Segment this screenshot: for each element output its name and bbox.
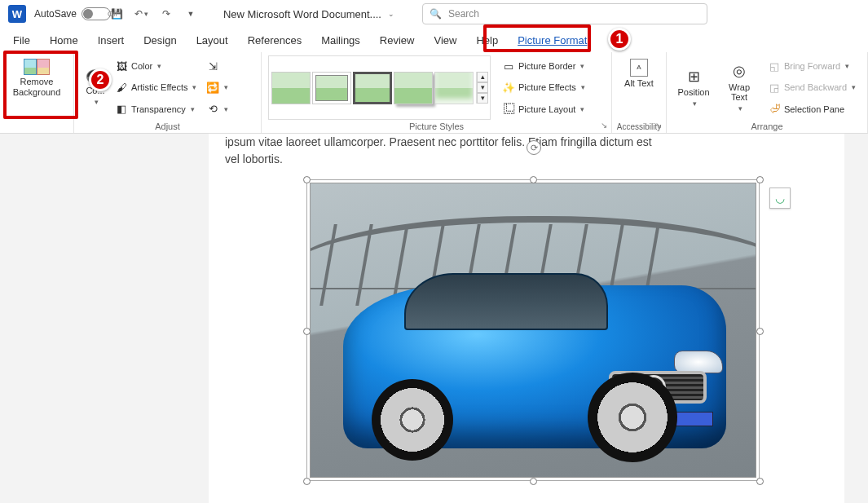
selection-pane-button[interactable]: ⮰Selection Pane xyxy=(768,100,856,118)
send-backward-icon: ◲ xyxy=(768,81,781,94)
alt-text-icon: A xyxy=(630,59,648,77)
style-thumb[interactable] xyxy=(312,72,351,104)
tab-references[interactable]: References xyxy=(240,31,310,50)
artistic-effects-button[interactable]: 🖌Artistic Effects▾ xyxy=(115,78,196,96)
toggle-switch-icon[interactable] xyxy=(82,7,111,20)
selection-handle[interactable] xyxy=(756,328,764,335)
picture-effects-button[interactable]: ✨Picture Effects▾ xyxy=(502,78,585,96)
selection-handle[interactable] xyxy=(303,176,311,183)
alt-text-button[interactable]: A Alt Text xyxy=(619,55,659,92)
search-icon: 🔍 xyxy=(430,8,442,20)
color-icon: 🖼 xyxy=(115,60,128,73)
picture-effects-icon: ✨ xyxy=(502,81,515,94)
change-picture-icon: 🔁 xyxy=(206,81,219,94)
gallery-scroll[interactable]: ▴▾▾ xyxy=(476,72,488,104)
selection-handle[interactable] xyxy=(303,478,311,485)
picture-layout-icon: ⿺ xyxy=(502,103,515,116)
car-image xyxy=(310,183,756,478)
picture-layout-button[interactable]: ⿺Picture Layout▾ xyxy=(502,100,585,118)
tab-layout[interactable]: Layout xyxy=(188,31,236,50)
tab-insert[interactable]: Insert xyxy=(90,31,133,50)
group-accessibility: A Alt Text Accessibility ↘ xyxy=(612,52,667,133)
autosave-toggle[interactable]: AutoSave Off xyxy=(34,7,101,20)
remove-background-icon xyxy=(24,59,50,75)
tab-design[interactable]: Design xyxy=(135,31,184,50)
group-label-adjust: Adjust xyxy=(74,121,261,131)
chevron-down-icon: ⌄ xyxy=(388,10,394,18)
inserted-picture[interactable] xyxy=(310,183,756,478)
remove-background-button[interactable]: Remove Background xyxy=(3,55,70,100)
tab-help[interactable]: Help xyxy=(468,31,506,50)
picture-styles-gallery[interactable]: ▴▾▾ xyxy=(268,55,491,120)
qat-customize-button[interactable]: ▼ xyxy=(183,6,199,22)
layout-options-icon: ◡ xyxy=(775,192,785,205)
tab-view[interactable]: View xyxy=(425,31,465,50)
send-backward-button[interactable]: ◲Send Backward▾ xyxy=(768,78,856,96)
selection-handle[interactable] xyxy=(756,478,764,485)
compress-icon: ⇲ xyxy=(206,60,219,73)
reset-picture-button[interactable]: ⟲▾ xyxy=(206,100,228,118)
ribbon-tabs: File Home Insert Design Layout Reference… xyxy=(0,28,868,52)
rotate-handle-icon[interactable]: ⟳ xyxy=(527,140,541,155)
artistic-effects-icon: 🖌 xyxy=(115,81,128,94)
picture-border-button[interactable]: ▭Picture Border▾ xyxy=(502,57,585,75)
document-title[interactable]: New Microsoft Word Document.... ⌄ xyxy=(223,8,394,20)
tab-file[interactable]: File xyxy=(5,31,38,50)
group-label-picture-styles: Picture Styles xyxy=(262,121,611,131)
bring-forward-button[interactable]: ◱Bring Forward▾ xyxy=(768,57,856,75)
tab-mailings[interactable]: Mailings xyxy=(313,31,368,50)
dialog-launcher-icon[interactable]: ↘ xyxy=(599,121,609,130)
color-button[interactable]: 🖼Color▾ xyxy=(115,57,196,75)
wrap-text-button[interactable]: ◎ Wrap Text▾ xyxy=(719,55,760,120)
layout-options-button[interactable]: ◡ xyxy=(769,188,791,209)
style-thumb[interactable] xyxy=(434,72,474,104)
reset-picture-icon: ⟲ xyxy=(206,103,219,116)
change-picture-button[interactable]: 🔁▾ xyxy=(206,78,228,96)
redo-button[interactable]: ↷ xyxy=(158,6,174,22)
position-icon: ⊞ xyxy=(682,68,705,86)
group-remove-background: Remove Background xyxy=(0,52,74,133)
tab-home[interactable]: Home xyxy=(42,31,86,50)
group-label-arrange: Arrange xyxy=(667,121,867,131)
style-thumb[interactable] xyxy=(353,72,392,104)
group-adjust: Co...▾ 🖼Color▾ 🖌Artistic Effects▾ ◧Trans… xyxy=(74,52,262,133)
search-input[interactable]: 🔍 Search xyxy=(422,3,707,24)
selection-handle[interactable] xyxy=(530,478,537,485)
group-arrange: ⊞ Position▾ ◎ Wrap Text▾ ◱Bring Forward▾… xyxy=(667,52,868,133)
compress-pictures-button[interactable]: ⇲ xyxy=(206,57,228,75)
autosave-state: Off xyxy=(108,10,117,18)
transparency-icon: ◧ xyxy=(115,103,128,116)
annotation-number-2: 2 xyxy=(89,68,112,91)
title-bar: W AutoSave Off 💾 ↶▾ ↷ ▼ New Microsoft Wo… xyxy=(0,0,868,28)
style-thumb[interactable] xyxy=(394,72,433,104)
ribbon: Remove Background Co...▾ 🖼Color▾ 🖌Artist… xyxy=(0,52,868,134)
wrap-text-icon: ◎ xyxy=(728,63,751,81)
tab-picture-format[interactable]: Picture Format xyxy=(509,31,595,50)
tab-review[interactable]: Review xyxy=(372,31,423,50)
picture-border-icon: ▭ xyxy=(502,60,515,73)
selection-handle[interactable] xyxy=(530,176,537,183)
dialog-launcher-icon[interactable]: ↘ xyxy=(654,121,663,130)
selection-handle[interactable] xyxy=(303,328,311,335)
search-placeholder: Search xyxy=(448,8,479,20)
bring-forward-icon: ◱ xyxy=(768,60,781,73)
document-area[interactable]: ipsum vitae laoreet ullamcorper. Praesen… xyxy=(0,134,868,503)
style-thumb[interactable] xyxy=(271,72,311,104)
autosave-label: AutoSave xyxy=(34,8,77,20)
position-button[interactable]: ⊞ Position▾ xyxy=(673,55,714,120)
transparency-button[interactable]: ◧Transparency▾ xyxy=(115,100,196,118)
selection-handle[interactable] xyxy=(756,176,764,183)
annotation-number-1: 1 xyxy=(608,28,631,51)
selection-pane-icon: ⮰ xyxy=(768,103,781,116)
undo-button[interactable]: ↶▾ xyxy=(134,6,150,22)
word-app-icon: W xyxy=(8,5,26,23)
group-picture-styles: ▴▾▾ ▭Picture Border▾ ✨Picture Effects▾ ⿺… xyxy=(262,52,612,133)
